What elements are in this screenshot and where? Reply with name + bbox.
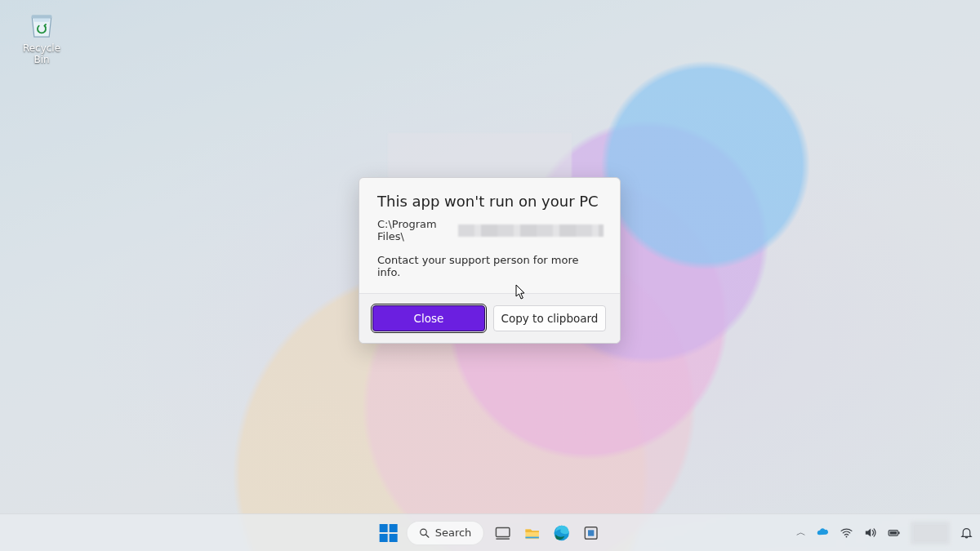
taskbar: Search ︿ bbox=[0, 513, 980, 551]
copy-to-clipboard-button[interactable]: Copy to clipboard bbox=[493, 305, 606, 331]
svg-rect-12 bbox=[588, 530, 594, 535]
edge-browser-button[interactable] bbox=[550, 522, 572, 544]
task-view-button[interactable] bbox=[492, 522, 513, 544]
start-button[interactable] bbox=[379, 523, 399, 543]
tray-overflow-button[interactable]: ︿ bbox=[796, 526, 806, 540]
recycle-bin-label: Recycle Bin bbox=[15, 42, 69, 65]
close-button[interactable]: Close bbox=[372, 305, 485, 331]
svg-rect-3 bbox=[380, 534, 388, 542]
battery-tray-icon[interactable] bbox=[887, 526, 901, 540]
dialog-footer: Close Copy to clipboard bbox=[359, 293, 620, 343]
volume-tray-icon[interactable] bbox=[863, 526, 877, 540]
notifications-tray-icon[interactable] bbox=[960, 526, 973, 540]
onedrive-tray-icon[interactable] bbox=[816, 526, 830, 540]
dialog-path-prefix: C:\Program Files\ bbox=[377, 218, 457, 242]
svg-rect-2 bbox=[390, 524, 398, 532]
dialog-path: C:\Program Files\ bbox=[377, 218, 604, 242]
taskbar-search[interactable]: Search bbox=[407, 521, 484, 545]
svg-rect-8 bbox=[496, 538, 510, 539]
recycle-bin-desktop-icon[interactable]: Recycle Bin bbox=[15, 8, 69, 65]
dialog-title: This app won't run on your PC bbox=[377, 193, 604, 210]
taskbar-app-button[interactable] bbox=[580, 522, 601, 544]
dialog-info-text: Contact your support person for more inf… bbox=[377, 254, 604, 278]
clock-redacted[interactable] bbox=[911, 522, 950, 544]
svg-rect-9 bbox=[525, 536, 539, 538]
obscured-window-behind bbox=[388, 133, 572, 178]
file-explorer-button[interactable] bbox=[521, 522, 542, 544]
svg-rect-16 bbox=[890, 531, 898, 535]
search-icon bbox=[419, 527, 430, 539]
dialog-path-redacted bbox=[458, 224, 604, 237]
recycle-bin-icon bbox=[25, 8, 58, 41]
error-dialog: This app won't run on your PC C:\Program… bbox=[359, 177, 621, 344]
svg-rect-7 bbox=[496, 527, 510, 536]
svg-rect-1 bbox=[380, 524, 388, 532]
svg-rect-15 bbox=[898, 531, 899, 534]
svg-point-13 bbox=[846, 536, 848, 538]
taskbar-search-label: Search bbox=[435, 527, 472, 539]
system-tray: ︿ bbox=[796, 522, 973, 544]
svg-rect-4 bbox=[390, 534, 398, 542]
wifi-tray-icon[interactable] bbox=[840, 526, 853, 540]
svg-rect-0 bbox=[32, 15, 52, 18]
svg-line-6 bbox=[425, 534, 429, 537]
